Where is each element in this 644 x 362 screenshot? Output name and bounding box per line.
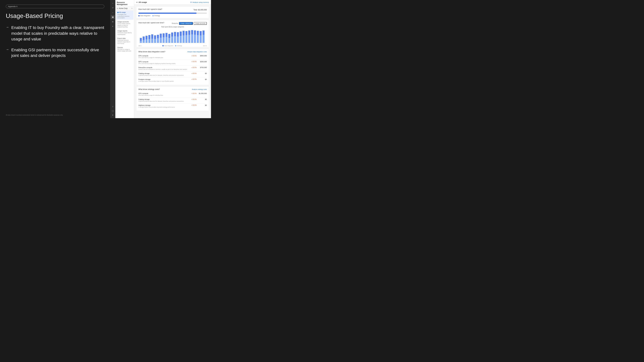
cost-trend-gpu: ↗ 20.5%: [191, 61, 197, 62]
svg-rect-37: [191, 34, 193, 43]
data-integration-title: What drove data integration costs?: [138, 51, 165, 53]
chart-legend-integration: Data integration: [162, 45, 174, 46]
sidebar-icon-home[interactable]: ⌂: [111, 1, 115, 5]
svg-rect-43: [200, 35, 202, 43]
cost-name-gpu: GPU compute: [138, 61, 190, 62]
nav-item-usage-reports[interactable]: Usage reports Download usage data by mon…: [116, 29, 134, 36]
nav-item-queues[interactable]: Queues Set limits on usage to control us…: [116, 46, 134, 53]
cost-value-interactive: $750,000: [198, 67, 207, 68]
ontology-title: What drove ontology costs?: [138, 88, 160, 90]
org-caret-icon: ▼: [131, 8, 132, 9]
legend-label-ontology: Ontology: [154, 15, 160, 16]
chart-title: Total spend ($) by usage categories: [138, 26, 207, 28]
total-spend-card: How much did I spend in total? Total: $3…: [136, 6, 209, 18]
cost-row-gpu-compute: GPU compute GPU and memory usage for dep…: [138, 60, 207, 66]
cost-trend-highbury: ↗ 20.5%: [191, 104, 197, 106]
left-panel: Appendix A Usage-Based Pricing → Enablin…: [0, 0, 110, 118]
svg-rect-33: [186, 35, 188, 43]
cost-value-gpu: $300,000: [198, 61, 207, 62]
svg-rect-35: [188, 35, 190, 43]
appendix-badge: Appendix A: [6, 5, 104, 8]
sidebar-icon-grid[interactable]: ⊞: [111, 20, 115, 24]
spend-over-time-card: How much did I spend over time? Group by…: [136, 20, 209, 47]
bullet-text-2: Enabling GSI partners to more successful…: [11, 47, 104, 58]
org-selector[interactable]: ⊟ Acme Corp ▼: [115, 6, 134, 10]
sidebar-icon-settings[interactable]: ✦: [111, 24, 115, 28]
cost-name-highbury: Highbury storage: [138, 104, 190, 106]
total-spend-legend: Data integration Ontology: [138, 15, 207, 16]
cost-name-postgres: Postgres storage: [138, 78, 190, 80]
cost-value-highbury: $0: [198, 104, 207, 106]
group-by-usage-accounts[interactable]: Usage accounts: [194, 22, 207, 25]
sidebar-icon-circle[interactable]: ●: [111, 113, 115, 117]
cost-value-catalog: $0: [198, 72, 207, 74]
svg-rect-5: [146, 39, 148, 43]
cost-trend-ont-catalog: ↗ 20.5%: [191, 99, 197, 100]
analyze-integration-link[interactable]: Analyze data integration costs: [188, 51, 207, 52]
org-name: Acme Corp: [119, 7, 130, 9]
svg-rect-29: [180, 36, 182, 43]
total-spend-bar: [138, 12, 207, 14]
analyze-ontology-link[interactable]: Analyze ontology costs: [192, 89, 207, 90]
sidebar-icon-history[interactable]: ↺: [111, 6, 115, 10]
nav-item-desc-1: Group similar projects, objects or links…: [118, 23, 132, 28]
eye-icon: 👁: [190, 1, 192, 3]
nav-item-all-usage[interactable]: All usage Investigate and understand res…: [116, 10, 134, 20]
chart-axis-labels: Jan 1 Data integration Ontology Jan: [138, 45, 207, 46]
main-header: ◉ All usage 👁 Analyze using currency: [134, 0, 211, 5]
cost-trend-interactive: ↗ 20.5%: [191, 67, 197, 68]
cost-value-postgres: $0: [198, 78, 207, 80]
analyze-currency-link[interactable]: 👁 Analyze using currency: [190, 1, 209, 3]
chart-svg: [138, 28, 207, 44]
cost-name-catalog: Catalog storage: [138, 72, 190, 74]
all-usage-icon: ◉: [136, 1, 138, 3]
cost-name-cpu: CPU compute: [138, 55, 190, 57]
cost-desc-ont-catalog: A general-purpose data store for dataset…: [138, 100, 190, 102]
svg-rect-39: [194, 35, 196, 43]
cost-desc-ont-cpu: CPU and memory usage for individual jobs: [138, 94, 190, 96]
sidebar-icon-search[interactable]: ⌕: [111, 10, 115, 14]
svg-rect-21: [168, 38, 170, 43]
nav-item-title-0: All usage: [119, 11, 126, 13]
nav-header: Resource Management: [115, 0, 134, 6]
chart-x-label-start: Jan 1: [138, 45, 142, 46]
svg-rect-11: [154, 39, 156, 43]
sidebar-icon-chart[interactable]: ▦: [111, 15, 115, 19]
nav-item-export-data[interactable]: Export data Download resource channel us…: [116, 37, 134, 45]
cost-row-ont-catalog: Catalog storage A general-purpose data s…: [138, 97, 207, 103]
ontology-costs-card: What drove ontology costs? Analyze ontol…: [136, 86, 209, 111]
legend-dot-ontology: [152, 15, 154, 16]
cost-row-postgres: Postgres storage A storage system that p…: [138, 77, 207, 83]
svg-rect-31: [182, 35, 184, 43]
cost-desc-postgres: A storage system that provides faster or…: [138, 80, 190, 82]
chart-x-label-end: Jan 31: [203, 45, 207, 46]
cost-name-ont-cpu: CPU compute: [138, 92, 190, 94]
group-by-usage-categories[interactable]: Usage categories: [179, 22, 193, 25]
total-spend-value: Total: $3,000,000: [194, 9, 207, 11]
cost-trend-ont-cpu: ↗ 20.5%: [191, 93, 197, 94]
svg-rect-1: [140, 41, 142, 43]
arrow-icon-2: →: [6, 48, 9, 58]
sidebar-icon-user[interactable]: ◯: [111, 109, 115, 113]
cost-desc-highbury: A storage system that provides improved …: [138, 106, 190, 108]
cost-name-ont-catalog: Catalog storage: [138, 98, 190, 100]
slide-title: Usage-Based Pricing: [6, 12, 104, 19]
legend-data-integration: Data integration: [138, 15, 150, 16]
svg-rect-41: [197, 35, 199, 43]
disclaimer: All data shown in product screenshots he…: [6, 114, 63, 116]
svg-rect-9: [151, 39, 153, 43]
legend-dot-integration: [138, 15, 140, 16]
chart-dot-ontology: [175, 45, 176, 46]
cost-desc-catalog: A general-purpose data store for dataset…: [138, 74, 190, 76]
svg-rect-45: [202, 35, 204, 43]
spend-over-time-question: How much did I spend over time?: [138, 22, 164, 24]
cost-trend-postgres: ↗ 20.5%: [191, 78, 197, 80]
right-panel: ⌂ ↺ ⌕ ▦ ⊞ ✦ ? ◯ ● Resource Management ⊟ …: [110, 0, 211, 118]
nav-active-dot: [118, 12, 118, 13]
sidebar-icon-help[interactable]: ?: [111, 105, 115, 109]
nav-item-usage-accounts[interactable]: Usage accounts Group similar projects, o…: [116, 20, 134, 29]
svg-rect-19: [166, 37, 168, 43]
svg-rect-3: [143, 40, 145, 43]
bullet-item-1: → Enabling IT to buy Foundry with a clea…: [6, 25, 104, 42]
svg-rect-17: [162, 37, 164, 43]
